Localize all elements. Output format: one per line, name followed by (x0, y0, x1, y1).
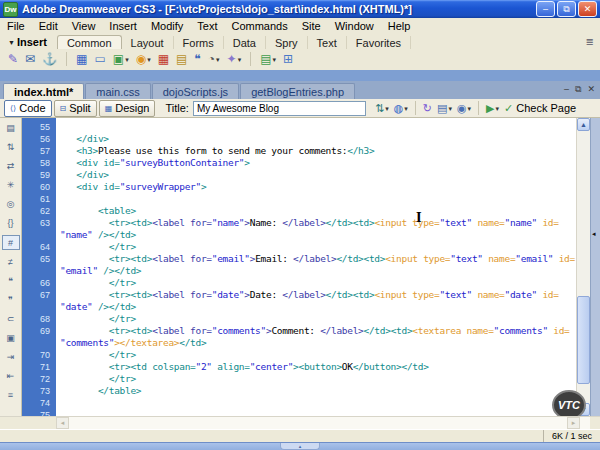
insert-tab-data[interactable]: Data (224, 36, 266, 49)
refresh-icon[interactable]: ↻ (421, 103, 434, 114)
dropdown-arrow-icon[interactable]: ▾ (147, 56, 151, 63)
recent-snippets-icon[interactable]: ▣ (3, 331, 19, 345)
outdent-code-icon[interactable]: ⇤ (3, 369, 19, 383)
insert-tab-forms[interactable]: Forms (174, 36, 224, 49)
tag-chooser-icon[interactable]: ⊞ (281, 53, 295, 65)
menu-modify[interactable]: Modify (144, 20, 190, 32)
insert-collapse-arrow-icon[interactable]: ▼ (0, 39, 17, 49)
indent-code-icon[interactable]: ⇥ (3, 350, 19, 364)
apply-comment-icon[interactable]: ❝ (3, 274, 19, 288)
close-button[interactable]: ✕ (578, 1, 597, 17)
check-page-icon[interactable]: ✓Check Page (502, 103, 578, 114)
date-icon[interactable]: ▦ (156, 53, 171, 65)
remove-comment-icon[interactable]: ❞ (3, 293, 19, 307)
dropdown-arrow-icon[interactable]: ▾ (385, 105, 389, 112)
code-line[interactable]: <div id="surveyWrapper"> (56, 181, 576, 193)
file-management-icon[interactable]: ⇅▾ (373, 103, 391, 114)
menu-text[interactable]: Text (190, 20, 224, 32)
code-line[interactable]: "name" /></td> (56, 229, 576, 241)
code-line[interactable]: "email" /></td> (56, 265, 576, 277)
dropdown-arrow-icon[interactable]: ▾ (216, 56, 220, 63)
code-view-button[interactable]: ⟨⟩Code (4, 100, 52, 117)
design-view-button[interactable]: ▦Design (99, 100, 156, 117)
code-line[interactable]: </tr> (56, 349, 576, 361)
insert-tab-common[interactable]: Common (57, 35, 122, 49)
menu-file[interactable]: File (0, 20, 32, 32)
code-line[interactable]: </div> (56, 169, 576, 181)
code-line[interactable] (56, 397, 576, 409)
dropdown-arrow-icon[interactable]: ▾ (468, 105, 472, 112)
insert-tab-spry[interactable]: Spry (266, 36, 308, 49)
media-icon[interactable]: ◉▾ (134, 53, 153, 65)
dropdown-arrow-icon[interactable]: ▾ (273, 56, 277, 63)
minimize-button[interactable]: – (536, 1, 555, 17)
code-line[interactable]: </tr> (56, 313, 576, 325)
code-line[interactable]: </div> (56, 133, 576, 145)
code-line[interactable] (56, 193, 576, 205)
hyperlink-icon[interactable]: ✎ (6, 53, 20, 65)
menu-site[interactable]: Site (295, 20, 328, 32)
scroll-right-arrow-icon[interactable]: ▸ (567, 417, 580, 429)
panel-dock-splitter[interactable]: ◂ (590, 118, 600, 416)
insert-tab-favorites[interactable]: Favorites (347, 36, 411, 49)
open-documents-icon[interactable]: ▤ (3, 121, 19, 135)
insert-tab-layout[interactable]: Layout (122, 36, 174, 49)
insert-tab-text[interactable]: Text (308, 36, 347, 49)
doc-minimize-button[interactable]: – (564, 84, 569, 95)
comment-icon[interactable]: ❝ (192, 53, 202, 65)
menu-insert[interactable]: Insert (102, 20, 144, 32)
code-line[interactable] (56, 409, 576, 416)
vertical-scrollbar-thumb[interactable] (577, 296, 590, 384)
code-line[interactable] (56, 121, 576, 133)
script-icon[interactable]: ✦▾ (225, 53, 244, 65)
visual-aids-icon[interactable]: ◉▾ (455, 103, 473, 114)
insert-bar-menu-icon[interactable]: ≣ (586, 36, 594, 47)
menu-window[interactable]: Window (328, 20, 381, 32)
dropdown-arrow-icon[interactable]: ▾ (496, 105, 500, 112)
code-line[interactable]: <tr><td><label for="email">Email: </labe… (56, 253, 576, 265)
code-line[interactable]: </tr> (56, 373, 576, 385)
line-numbers-icon[interactable]: # (2, 235, 20, 250)
dropdown-arrow-icon[interactable]: ▾ (448, 105, 452, 112)
code-line[interactable]: "date" /></td> (56, 301, 576, 313)
code-line[interactable]: <tr><td colspan="2" align="center"><butt… (56, 361, 576, 373)
highlight-invalid-code-icon[interactable]: ≠ (3, 255, 19, 269)
preview-in-browser-icon[interactable]: ◍▾ (392, 103, 410, 114)
code-line[interactable]: "comments"></textarea></td> (56, 337, 576, 349)
horizontal-scrollbar[interactable]: ◂ ▸ (56, 417, 590, 429)
named-anchor-icon[interactable]: ⚓ (40, 53, 59, 65)
table-icon[interactable]: ▦ (74, 53, 89, 65)
code-line[interactable]: <h3>Please use this form to send me your… (56, 145, 576, 157)
expand-all-icon[interactable]: ✳ (3, 178, 19, 192)
code-line[interactable]: <div id="surveyButtonContainer"> (56, 157, 576, 169)
code-line[interactable]: <tr><td><label for="name">Name: </label>… (56, 217, 576, 229)
doc-tab-dojoscripts-js[interactable]: dojoScripts.js (152, 83, 239, 99)
property-inspector-expander[interactable]: ▴ (280, 443, 320, 450)
menu-help[interactable]: Help (381, 20, 418, 32)
wrap-tag-icon[interactable]: ⊂ (3, 312, 19, 326)
view-options-icon[interactable]: ▤▾ (435, 103, 454, 114)
menu-view[interactable]: View (65, 20, 103, 32)
doc-close-button[interactable]: ✕ (587, 84, 595, 95)
collapse-full-tag-icon[interactable]: ⇅ (3, 140, 19, 154)
email-link-icon[interactable]: ✉ (23, 53, 37, 65)
panel-collapse-arrow-icon[interactable]: ◂ (592, 230, 596, 238)
code-editor[interactable]: </div> <h3>Please use this form to send … (56, 118, 576, 416)
select-parent-tag-icon[interactable]: ◎ (3, 197, 19, 211)
doc-tab-main-css[interactable]: main.css (85, 83, 150, 99)
code-line[interactable]: <table> (56, 205, 576, 217)
insert-div-icon[interactable]: ▭ (92, 53, 107, 65)
doc-restore-button[interactable]: ⧉ (575, 84, 581, 95)
maximize-button[interactable]: ⧉ (557, 1, 576, 17)
server-include-icon[interactable]: ▤ (174, 53, 189, 65)
scroll-left-arrow-icon[interactable]: ◂ (56, 417, 69, 429)
scroll-up-arrow-icon[interactable]: ▲ (577, 118, 590, 131)
format-source-icon[interactable]: ≡ (3, 388, 19, 402)
templates-icon[interactable]: ▤▾ (258, 53, 278, 65)
dropdown-arrow-icon[interactable]: ▾ (125, 56, 129, 63)
doc-tab-getblogentries-php[interactable]: getBlogEntries.php (240, 83, 355, 99)
menu-edit[interactable]: Edit (32, 20, 65, 32)
code-line[interactable]: <tr><td><label for="date">Date: </label>… (56, 289, 576, 301)
images-icon[interactable]: ▣▾ (111, 53, 131, 65)
code-line[interactable]: <tr><td><label for="comments">Comment: <… (56, 325, 576, 337)
